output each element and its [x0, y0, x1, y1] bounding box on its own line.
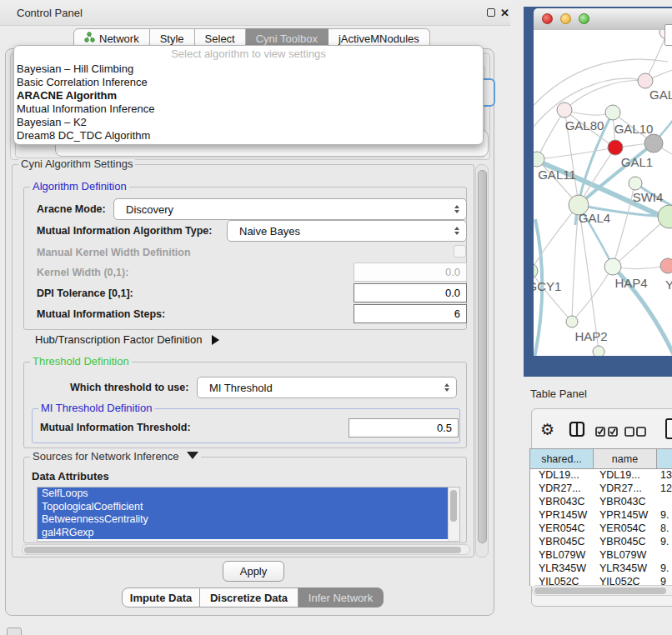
page-icon[interactable] — [665, 418, 672, 439]
table-cell[interactable]: YER054C — [530, 522, 594, 536]
table-cell[interactable] — [657, 496, 672, 509]
network-node[interactable] — [593, 346, 604, 356]
table-row[interactable]: YBL079WYBL079W — [530, 549, 672, 562]
which-threshold-select[interactable]: MI Threshold — [197, 377, 457, 398]
mac-close-icon[interactable] — [542, 13, 553, 24]
network-node[interactable] — [534, 152, 544, 167]
table-cell[interactable]: YDR27... — [594, 482, 657, 496]
network-edge — [572, 268, 612, 322]
column-header-partial[interactable] — [657, 449, 672, 468]
attributes-vscrollbar[interactable] — [448, 488, 459, 541]
attributes-vscrollbar-thumb[interactable] — [450, 490, 457, 522]
apply-button[interactable]: Apply — [223, 561, 284, 582]
table-row[interactable]: YPR145WYPR145W9. — [530, 509, 672, 522]
columns-icon[interactable] — [569, 421, 585, 441]
network-node[interactable] — [534, 263, 538, 278]
table-cell[interactable]: 9. — [657, 536, 672, 549]
gear-icon[interactable]: ⚙ — [540, 422, 554, 438]
table-cell[interactable]: YDR27... — [530, 482, 594, 496]
close-icon[interactable]: ✕ — [500, 8, 509, 18]
select-all-icon[interactable] — [595, 425, 619, 440]
settings-hscrollbar-thumb[interactable] — [24, 547, 461, 553]
table-row[interactable]: YDR27...YDR27...12 — [530, 482, 672, 496]
table-cell[interactable]: YPR145W — [530, 509, 594, 522]
table-row[interactable]: YLR345WYLR345W9. — [530, 562, 672, 576]
deselect-all-icon[interactable] — [624, 425, 646, 440]
mi-type-select[interactable]: Naive Bayes — [227, 220, 467, 242]
table-cell[interactable]: YBR045C — [594, 536, 657, 549]
algorithm-option[interactable]: Dream8 DC_TDC Algorithm — [14, 129, 483, 142]
network-node[interactable] — [660, 258, 672, 273]
table-cell[interactable]: YBR043C — [530, 496, 594, 509]
column-header-name[interactable]: name — [594, 449, 657, 468]
table-hscrollbar-thumb[interactable] — [534, 588, 666, 594]
tab-discretize-data[interactable]: Discretize Data — [200, 588, 298, 608]
network-view-window[interactable]: GALGAL80GAL10GAL1GAL11GAL4SWI4GCY1HAP4YH… — [524, 7, 672, 377]
aracne-mode-select[interactable]: Discovery — [113, 198, 467, 220]
data-attributes-list[interactable]: SelfLoopsTopologicalCoefficientBetweenne… — [37, 487, 460, 542]
table-cell[interactable]: YER054C — [594, 522, 657, 536]
table-cell[interactable]: YBL079W — [594, 549, 657, 562]
which-threshold-label: Which threshold to use: — [70, 382, 188, 393]
attribute-item[interactable]: BetweennessCentrality — [38, 513, 453, 527]
table-cell[interactable]: YBL079W — [530, 549, 594, 562]
network-scrollbar-stub[interactable] — [664, 24, 672, 46]
settings-vscrollbar-thumb[interactable] — [478, 170, 487, 543]
attribute-item[interactable]: SelfLoops — [38, 488, 453, 501]
tab-impute-data[interactable]: Impute Data — [122, 588, 200, 608]
table-row[interactable]: YBR045CYBR045C9. — [530, 536, 672, 549]
network-node[interactable] — [557, 102, 572, 118]
network-node[interactable] — [604, 258, 621, 275]
settings-vscrollbar[interactable] — [475, 164, 489, 558]
tab-infer-network[interactable]: Infer Network — [298, 588, 384, 608]
table-cell[interactable]: 8. — [657, 522, 672, 536]
hub-definition-toggle[interactable]: Hub/Transcription Factor Definition — [35, 333, 219, 346]
table-row[interactable]: YER054CYER054C8. — [530, 522, 672, 536]
manual-kernel-checkbox[interactable] — [454, 245, 466, 258]
network-node[interactable] — [629, 177, 642, 190]
table-cell[interactable]: YDL19... — [530, 469, 594, 482]
table-cell[interactable]: YBR043C — [594, 496, 657, 509]
control-panel-titlebar: Control Panel ✕ — [0, 0, 510, 26]
kernel-width-input[interactable]: 0.0 — [354, 262, 467, 282]
table-cell[interactable]: YDL19... — [594, 469, 657, 482]
table-row[interactable]: YDL19...YDL19...13 — [530, 469, 672, 482]
dpi-tolerance-input[interactable]: 0.0 — [354, 283, 467, 302]
algorithm-option[interactable]: ARACNE Algorithm — [14, 89, 483, 102]
attribute-item[interactable]: TopologicalCoefficient — [38, 501, 453, 514]
algorithm-option[interactable]: Mutual Information Inference — [14, 102, 483, 116]
network-node[interactable] — [605, 105, 620, 120]
network-node[interactable] — [566, 316, 578, 328]
table-cell[interactable]: 12 — [657, 482, 672, 496]
settings-hscrollbar[interactable] — [22, 544, 470, 555]
network-window-titlebar[interactable] — [534, 8, 672, 31]
table-cell[interactable] — [657, 549, 672, 562]
float-window-icon[interactable] — [487, 8, 495, 17]
network-node[interactable] — [638, 73, 653, 88]
mac-zoom-icon[interactable] — [579, 13, 589, 24]
table-hscrollbar[interactable] — [532, 585, 672, 596]
tab-select-label: Select — [205, 32, 235, 45]
table-cell[interactable]: YLR345W — [594, 562, 657, 576]
network-canvas[interactable]: GALGAL80GAL10GAL1GAL11GAL4SWI4GCY1HAP4YH… — [534, 30, 672, 356]
network-node[interactable] — [644, 134, 663, 152]
table-cell[interactable]: 9. — [657, 562, 672, 576]
mac-minimize-icon[interactable] — [560, 13, 571, 24]
attribute-item[interactable]: gal4RGexp — [38, 527, 453, 540]
mi-threshold-input[interactable]: 0.5 — [349, 418, 459, 438]
sources-toggle[interactable]: Sources for Network Inference — [30, 451, 201, 462]
algorithm-option[interactable]: Bayesian – K2 — [14, 116, 483, 129]
table-cell[interactable]: 13 — [657, 469, 672, 482]
table-cell[interactable]: YBR045C — [530, 536, 594, 549]
network-node[interactable] — [608, 140, 623, 155]
table-cell[interactable]: 9. — [657, 509, 672, 522]
column-header-shared-name[interactable]: shared... — [530, 449, 594, 468]
table-cell[interactable]: YLR345W — [530, 562, 594, 576]
algorithm-option[interactable]: Bayesian – Hill Climbing — [14, 62, 483, 76]
minimized-panel-icon[interactable] — [7, 628, 22, 635]
network-node-label: GCY1 — [534, 279, 561, 293]
table-row[interactable]: YBR043CYBR043C — [530, 496, 672, 509]
table-cell[interactable]: YPR145W — [594, 509, 657, 522]
algorithm-option[interactable]: Basic Correlation Inference — [14, 76, 483, 89]
mi-steps-input[interactable]: 6 — [354, 304, 467, 323]
